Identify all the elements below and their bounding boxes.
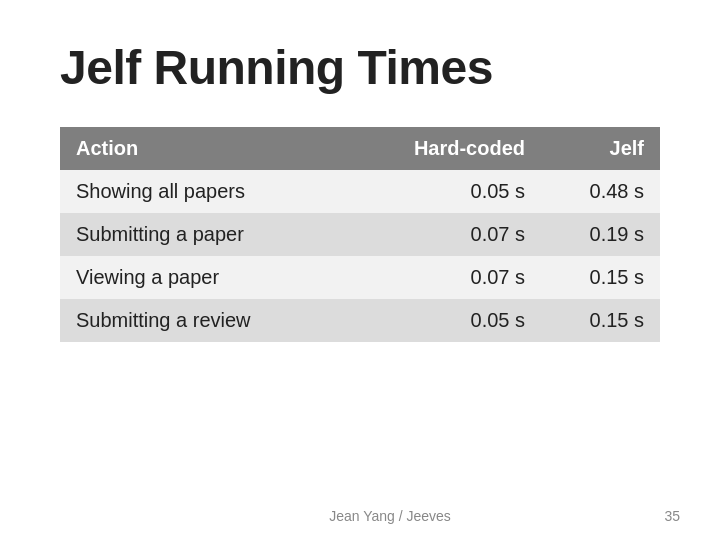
table-header-row: Action Hard-coded Jelf <box>60 127 660 170</box>
data-table: Action Hard-coded Jelf Showing all paper… <box>60 127 660 342</box>
table-cell-3-2: 0.15 s <box>541 299 660 342</box>
footer: Jean Yang / Jeeves 35 <box>0 508 720 524</box>
table-cell-0-0: Showing all papers <box>60 170 344 213</box>
col-header-hardcoded: Hard-coded <box>344 127 541 170</box>
table-cell-3-0: Submitting a review <box>60 299 344 342</box>
table-cell-1-0: Submitting a paper <box>60 213 344 256</box>
table-cell-3-1: 0.05 s <box>344 299 541 342</box>
table-cell-0-1: 0.05 s <box>344 170 541 213</box>
table-cell-2-1: 0.07 s <box>344 256 541 299</box>
table-wrapper: Action Hard-coded Jelf Showing all paper… <box>60 127 660 342</box>
table-row: Viewing a paper0.07 s0.15 s <box>60 256 660 299</box>
table-cell-1-1: 0.07 s <box>344 213 541 256</box>
table-cell-2-0: Viewing a paper <box>60 256 344 299</box>
footer-credit: Jean Yang / Jeeves <box>0 508 720 524</box>
col-header-jelf: Jelf <box>541 127 660 170</box>
slide-title: Jelf Running Times <box>60 40 493 95</box>
slide: Jelf Running Times Action Hard-coded Jel… <box>0 0 720 540</box>
table-cell-0-2: 0.48 s <box>541 170 660 213</box>
table-cell-2-2: 0.15 s <box>541 256 660 299</box>
table-body: Showing all papers0.05 s0.48 sSubmitting… <box>60 170 660 342</box>
col-header-action: Action <box>60 127 344 170</box>
table-row: Showing all papers0.05 s0.48 s <box>60 170 660 213</box>
footer-page: 35 <box>664 508 680 524</box>
table-row: Submitting a paper0.07 s0.19 s <box>60 213 660 256</box>
table-row: Submitting a review0.05 s0.15 s <box>60 299 660 342</box>
table-cell-1-2: 0.19 s <box>541 213 660 256</box>
